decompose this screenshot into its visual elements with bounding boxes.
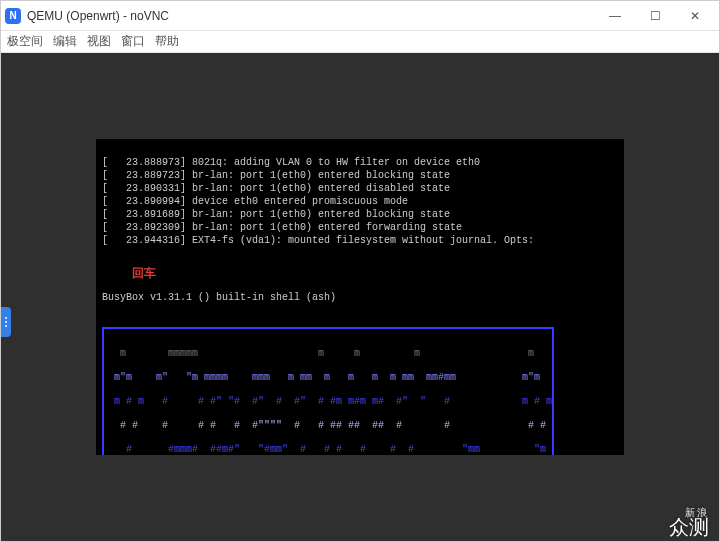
menu-window[interactable]: 窗口 <box>121 33 145 50</box>
window-title: QEMU (Openwrt) - noVNC <box>27 9 595 23</box>
titlebar[interactable]: N QEMU (Openwrt) - noVNC — ☐ ✕ <box>1 1 719 31</box>
ascii-row: # # # # # # #"""" # # ## ## ## # # # # <box>108 420 548 431</box>
menu-jikongjian[interactable]: 极空间 <box>7 33 43 50</box>
side-tab-handle[interactable] <box>1 307 11 337</box>
log-line: [ 23.944316] EXT4-fs (vda1): mounted fil… <box>102 235 534 246</box>
busybox-line: BusyBox v1.31.1 () built-in shell (ash) <box>102 291 618 304</box>
maximize-button[interactable]: ☐ <box>635 2 675 30</box>
log-line: [ 23.892309] br-lan: port 1(eth0) entere… <box>102 222 462 233</box>
menu-view[interactable]: 视图 <box>87 33 111 50</box>
openwrt-banner: m mmmmm m m m m m"m m" "m mmmm mmm m mm … <box>102 327 554 455</box>
ascii-row: m"m m" "m mmmm mmm m mm m m m m mm mm#mm… <box>108 372 548 383</box>
log-line: [ 23.889723] br-lan: port 1(eth0) entere… <box>102 170 450 181</box>
watermark-main: 众测 <box>669 520 709 535</box>
menubar: 极空间 编辑 视图 窗口 帮助 <box>1 31 719 53</box>
log-line: [ 23.890331] br-lan: port 1(eth0) entere… <box>102 183 450 194</box>
watermark: 新浪 众测 <box>669 505 709 535</box>
close-button[interactable]: ✕ <box>675 2 715 30</box>
menu-edit[interactable]: 编辑 <box>53 33 77 50</box>
window-controls: — ☐ ✕ <box>595 2 715 30</box>
app-window: N QEMU (Openwrt) - noVNC — ☐ ✕ 极空间 编辑 视图… <box>0 0 720 542</box>
ascii-row: m mmmmm m m m m <box>108 348 548 359</box>
minimize-button[interactable]: — <box>595 2 635 30</box>
menu-help[interactable]: 帮助 <box>155 33 179 50</box>
ascii-row: m # m # # #" "# #" # #" # #m m#m m# #" "… <box>108 396 548 407</box>
vnc-stage: [ 23.888973] 8021q: adding VLAN 0 to HW … <box>1 53 719 541</box>
log-line: [ 23.890994] device eth0 entered promisc… <box>102 196 408 207</box>
kernel-log: [ 23.888973] 8021q: adding VLAN 0 to HW … <box>102 156 618 247</box>
annotation-enter: 回车 <box>132 268 156 281</box>
terminal[interactable]: [ 23.888973] 8021q: adding VLAN 0 to HW … <box>96 139 624 455</box>
log-line: [ 23.891689] br-lan: port 1(eth0) entere… <box>102 209 450 220</box>
ascii-row: # #mmm# ##m#" "#mm" # # # # # # "mm "m <box>108 444 548 455</box>
novnc-icon: N <box>5 8 21 24</box>
log-line: [ 23.888973] 8021q: adding VLAN 0 to HW … <box>102 157 480 168</box>
